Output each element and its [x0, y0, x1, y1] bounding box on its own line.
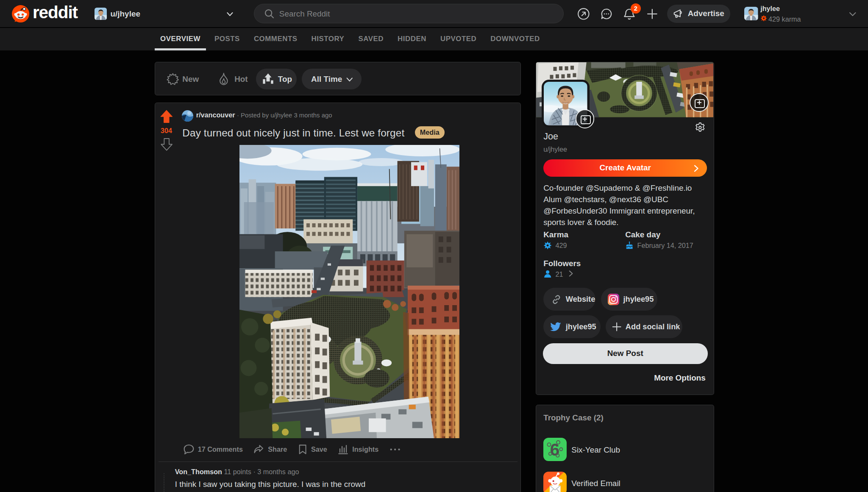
svg-text:6: 6: [550, 440, 560, 459]
